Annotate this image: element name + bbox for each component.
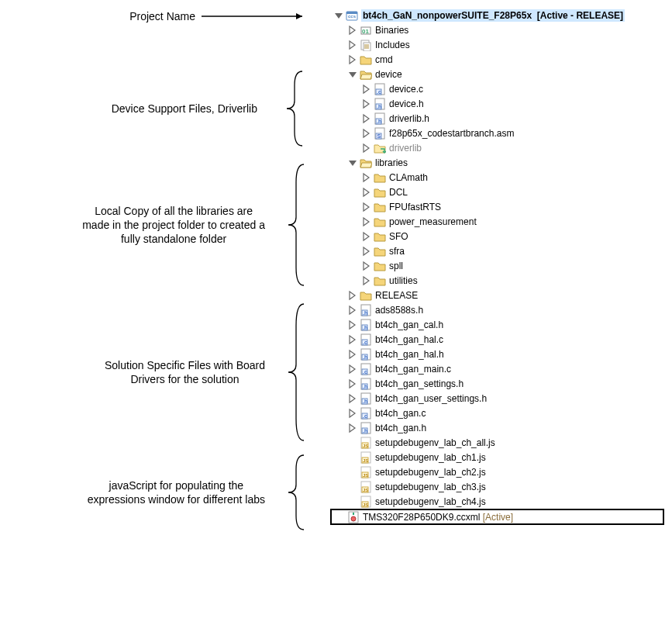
js-file-icon [360,496,372,508]
tree-item-driverlib-folder[interactable]: driverlib [333,140,664,155]
brace-icon [271,454,310,531]
tree-item-includes[interactable]: Includes [333,37,664,52]
tree-item-user-settings-h[interactable]: bt4ch_gan_user_settings.h [333,391,664,406]
h-file-icon [360,422,372,434]
tree-item-device-c[interactable]: device.c [333,81,664,96]
expander-open-icon[interactable] [347,157,358,168]
expander-closed-icon[interactable] [361,216,372,227]
expander-none [347,467,358,478]
tree-item-js-ch1[interactable]: setupdebugenv_lab_ch1.js [333,450,664,465]
tree-item-codestart-asm[interactable]: f28p65x_codestartbranch.asm [333,126,664,140]
h-file-icon [360,378,372,390]
expander-closed-icon[interactable] [347,393,358,404]
expander-closed-icon[interactable] [361,202,372,212]
expander-closed-icon[interactable] [361,246,372,257]
expander-closed-icon[interactable] [361,113,372,124]
project-tree: bt4ch_GaN_nonpowerSUITE_F28P65x [Active … [310,8,664,525]
expander-none [347,452,358,463]
tree-item-js-ch3[interactable]: setupdebugenv_lab_ch3.js [333,479,664,494]
tree-item-cmd[interactable]: cmd [333,52,664,67]
tree-item-js-ch2[interactable]: setupdebugenv_lab_ch2.js [333,465,664,479]
label-local-copy: Local Copy of all the libraries are made… [82,204,271,247]
tree-item-device-h[interactable]: device.h [333,96,664,111]
tree-item-ccxml[interactable]: TMS320F28P650DK9.ccxml [Active] [330,509,664,525]
h-file-icon [374,98,386,110]
folder-link-icon [374,142,386,154]
tree-item-sfo[interactable]: SFO [333,229,664,243]
h-file-icon [374,112,386,125]
tree-item-cal-h[interactable]: bt4ch_gan_cal.h [333,317,664,332]
expander-closed-icon[interactable] [347,305,358,316]
expander-closed-icon[interactable] [361,187,372,198]
tree-item-hal-c[interactable]: bt4ch_gan_hal.c [333,332,664,347]
tree-item-main-c[interactable]: bt4ch_gan_main.c [333,361,664,376]
expander-closed-icon[interactable] [347,378,358,389]
tree-item-settings-h[interactable]: bt4ch_gan_settings.h [333,376,664,391]
ccxml-status-label: [Active] [483,511,513,523]
expander-none [347,482,358,492]
js-file-icon [360,451,372,464]
expander-open-icon[interactable] [333,10,344,21]
expander-closed-icon[interactable] [347,25,358,36]
expander-closed-icon[interactable] [361,261,372,271]
expander-closed-icon[interactable] [361,98,372,109]
tree-item-gan-h[interactable]: bt4ch_gan.h [333,420,664,435]
expander-closed-icon[interactable] [347,290,358,301]
expander-closed-icon[interactable] [361,143,372,154]
tree-item-fpufastrts[interactable]: FPUfastRTS [333,199,664,214]
folder-closed-icon [374,275,386,287]
expander-closed-icon[interactable] [347,54,358,65]
tree-item-sfra[interactable]: sfra [333,243,664,258]
folder-closed-icon [374,186,386,199]
c-file-icon [360,333,372,346]
expander-closed-icon[interactable] [347,334,358,345]
brace-icon [264,70,310,147]
tree-item-hal-h[interactable]: bt4ch_gan_hal.h [333,347,664,361]
label-project-name: Project Name [129,9,202,23]
label-target-config: Target Configuration for debugger connec… [88,532,256,533]
expander-none [347,437,358,448]
tree-item-utilities[interactable]: utilities [333,273,664,288]
tree-item-ads8588s-h[interactable]: ads8588s.h [333,302,664,317]
expander-closed-icon[interactable] [347,408,358,419]
h-file-icon [360,348,372,361]
tree-item-gan-c[interactable]: bt4ch_gan.c [333,406,664,420]
tree-item-power-measurement[interactable]: power_measurement [333,214,664,229]
expander-closed-icon[interactable] [347,319,358,330]
folder-closed-icon [374,171,386,184]
arrow-icon [202,11,310,22]
folder-closed-icon [374,260,386,272]
tree-item-device[interactable]: device [333,67,664,81]
folder-closed-icon [374,201,386,213]
expander-closed-icon[interactable] [347,423,358,433]
folder-closed-icon [374,245,386,257]
tree-item-libraries[interactable]: libraries [333,155,664,170]
label-solution-files: Solution Specific Files with Board Drive… [105,358,271,386]
tree-item-release[interactable]: RELEASE [333,288,664,302]
expander-none [335,512,346,523]
expander-closed-icon[interactable] [361,275,372,286]
project-name-label: bt4ch_GaN_nonpowerSUITE_F28P65x [363,10,532,21]
expander-closed-icon[interactable] [361,172,372,183]
brace-icon [271,302,310,442]
h-file-icon [360,304,372,316]
expander-closed-icon[interactable] [361,231,372,242]
expander-closed-icon[interactable] [361,84,372,95]
expander-closed-icon[interactable] [361,128,372,139]
tree-item-dcl[interactable]: DCL [333,185,664,199]
h-file-icon [360,392,372,405]
tree-project-root[interactable]: bt4ch_GaN_nonpowerSUITE_F28P65x [Active … [333,8,664,22]
tree-item-js-ch4[interactable]: setupdebugenv_lab_ch4.js [333,494,664,509]
tree-item-binaries[interactable]: Binaries [333,22,664,37]
tree-item-spll[interactable]: spll [333,258,664,273]
tree-item-clamath[interactable]: CLAmath [333,170,664,185]
expander-open-icon[interactable] [347,69,358,80]
c-file-icon [360,407,372,420]
expander-closed-icon[interactable] [347,40,358,50]
tree-item-js-all[interactable]: setupdebugenv_lab_ch_all.js [333,435,664,450]
tree-item-driverlib-h[interactable]: driverlib.h [333,111,664,126]
includes-icon [360,39,372,51]
expander-closed-icon[interactable] [347,364,358,375]
ccs-project-icon [346,9,358,22]
expander-closed-icon[interactable] [347,349,358,360]
